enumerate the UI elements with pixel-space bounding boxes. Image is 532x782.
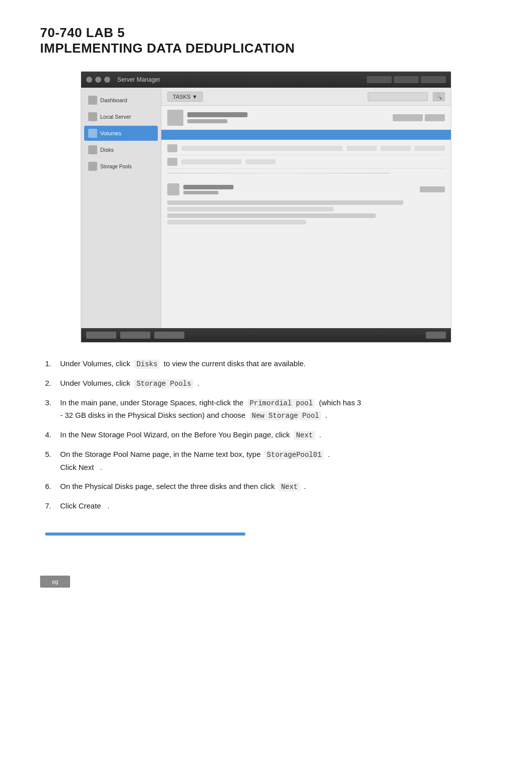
instruction-number-1: 1. <box>45 358 60 370</box>
toolbar-tasks-btn[interactable]: TASKS ▼ <box>167 92 203 102</box>
bottom-title-blur <box>183 185 233 189</box>
search-icon[interactable]: 🔍 <box>433 92 445 101</box>
bottom-subtitle-blur <box>183 191 218 194</box>
list-item-2 <box>167 155 445 169</box>
content-top <box>161 106 451 181</box>
keyword-storage-pools: Storage Pools <box>134 379 193 388</box>
instruction-1: 1. Under Volumes, click Disks to view th… <box>45 358 487 370</box>
instruction-5: 5. On the Storage Pool Name page, in the… <box>45 448 487 473</box>
instruction-number-6: 6. <box>45 480 60 493</box>
page-container: 70-740 LAB 5 IMPLEMENTING DATA DEDUPLICA… <box>0 0 532 618</box>
list-item-val-3 <box>415 146 445 151</box>
page-number-box: pg <box>40 576 70 588</box>
list-item-text-2 <box>181 159 241 164</box>
volumes-icon <box>88 129 97 138</box>
instruction-text-7: Click Create . <box>60 500 487 512</box>
sidebar-item-local[interactable]: Local Server <box>84 109 158 124</box>
footer-blue-bar <box>45 533 245 536</box>
spacer <box>167 226 445 256</box>
instruction-text-3: In the main pane, under Storage Spaces, … <box>60 397 487 422</box>
titlebar-btn1 <box>367 76 392 83</box>
list-item-val-1 <box>347 146 377 151</box>
content-header <box>167 110 445 126</box>
bottom-blurred-content <box>167 198 445 226</box>
storage-pools-icon <box>88 162 97 171</box>
title-block: 70-740 LAB 5 IMPLEMENTING DATA DEDUPLICA… <box>40 25 492 56</box>
win-control-close[interactable] <box>86 77 92 83</box>
sidebar-item-disks[interactable]: Disks <box>84 142 158 157</box>
instructions: 1. Under Volumes, click Disks to view th… <box>40 358 492 512</box>
blur-row-2 <box>167 207 334 211</box>
instruction-number-7: 7. <box>45 500 60 512</box>
status-block-2 <box>120 332 150 339</box>
sidebar-volumes-label: Volumes <box>100 130 121 136</box>
win-body: Dashboard Local Server Volumes Disks <box>81 88 451 328</box>
keyword-pool-name: StoragePool01 <box>265 450 324 459</box>
list-area <box>167 142 445 169</box>
keyword-next-6: Next <box>279 482 300 491</box>
title-line2: IMPLEMENTING DATA DEDUPLICATION <box>40 41 492 56</box>
ctrl-blur2 <box>425 114 445 121</box>
content-bottom <box>161 181 451 258</box>
blur-row-4 <box>167 220 306 224</box>
sidebar-item-storage-pools[interactable]: Storage Pools <box>84 159 158 174</box>
local-server-icon <box>88 112 97 121</box>
instruction-number-2: 2. <box>45 377 60 390</box>
list-item-icon-2 <box>167 158 177 166</box>
instruction-text-4: In the New Storage Pool Wizard, on the B… <box>60 429 487 441</box>
instruction-7: 7. Click Create . <box>45 500 487 512</box>
list-item-1 <box>167 142 445 155</box>
screenshot-container: Server Manager Dashboard L <box>81 71 451 343</box>
sidebar-item-dashboard[interactable]: Dashboard <box>84 93 158 108</box>
page-number-text: pg <box>52 579 58 585</box>
section-subtitle-blur <box>187 119 227 123</box>
list-item-text-1 <box>181 146 343 151</box>
list-item-val-2 <box>381 146 411 151</box>
sidebar-dashboard-label: Dashboard <box>100 97 127 103</box>
titlebar-btn3 <box>421 76 446 83</box>
screenshot-inner: Server Manager Dashboard L <box>81 72 451 342</box>
blur-row-3 <box>167 213 376 218</box>
instruction-text-1: Under Volumes, click Disks to view the c… <box>60 358 487 370</box>
win-control-min[interactable] <box>95 77 101 83</box>
footer-area <box>40 533 492 536</box>
instruction-text-2: Under Volumes, click Storage Pools . <box>60 377 487 390</box>
page-number-area: pg <box>40 576 492 588</box>
bottom-header <box>167 183 445 195</box>
keyword-new-pool: New Storage Pool <box>250 411 321 420</box>
list-item-val-4 <box>245 159 276 164</box>
titlebar-btn2 <box>394 76 419 83</box>
disks-icon <box>88 145 97 154</box>
search-box[interactable] <box>368 92 428 101</box>
keyword-next-4: Next <box>294 431 315 440</box>
sidebar-disks-label: Disks <box>100 147 114 153</box>
instruction-text-6: On the Physical Disks page, select the t… <box>60 480 487 493</box>
section-title-blur <box>187 112 247 117</box>
win-main: TASKS ▼ 🔍 <box>161 88 451 328</box>
sidebar-storage-pools-label: Storage Pools <box>100 164 132 169</box>
win-titlebar-title: Server Manager <box>117 76 364 83</box>
win-control-max[interactable] <box>104 77 110 83</box>
list-item-icon-1 <box>167 144 177 152</box>
instruction-3: 3. In the main pane, under Storage Space… <box>45 397 487 422</box>
instruction-4: 4. In the New Storage Pool Wizard, on th… <box>45 429 487 441</box>
win-titlebar: Server Manager <box>81 72 451 88</box>
ctrl-blur1 <box>393 114 423 121</box>
blur-row-1 <box>167 200 403 205</box>
instruction-number-4: 4. <box>45 429 60 441</box>
instruction-number-3: 3. <box>45 397 60 422</box>
sidebar-item-volumes[interactable]: Volumes <box>84 126 158 141</box>
header-controls <box>393 114 445 121</box>
bottom-ctrl1 <box>420 186 445 192</box>
instruction-text-5: On the Storage Pool Name page, in the Na… <box>60 448 487 473</box>
separator-line <box>167 173 389 173</box>
status-block-4 <box>426 332 446 339</box>
sidebar-local-label: Local Server <box>100 114 131 120</box>
instruction-6: 6. On the Physical Disks page, select th… <box>45 480 487 493</box>
instruction-2: 2. Under Volumes, click Storage Pools . <box>45 377 487 390</box>
status-block-3 <box>154 332 184 339</box>
bottom-controls <box>420 186 445 192</box>
separator-blurred <box>167 173 445 173</box>
keyword-primordial: Primordial pool <box>247 399 315 408</box>
bottom-icon <box>167 183 179 195</box>
